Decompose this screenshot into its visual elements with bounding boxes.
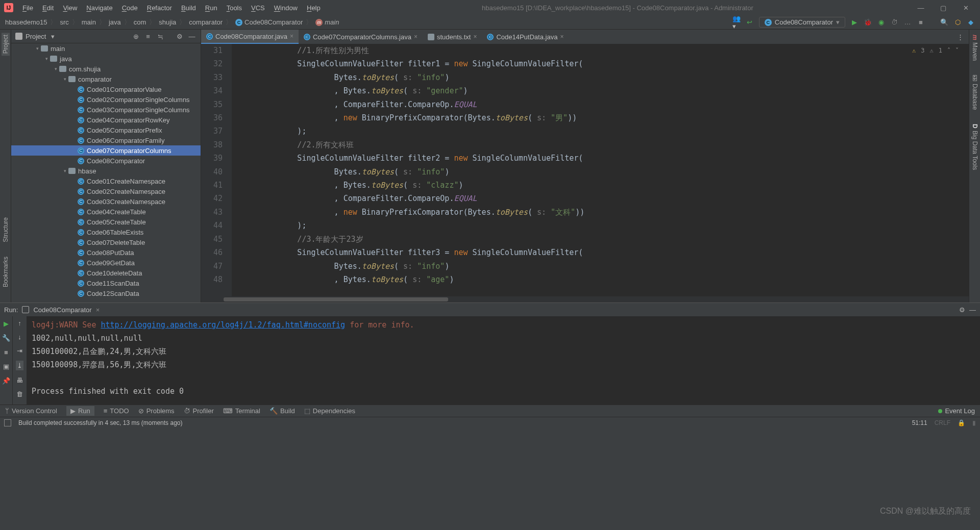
rerun-icon[interactable]: ▶ [2, 319, 10, 327]
editor-horizontal-scrollbar[interactable] [201, 296, 969, 302]
tree-node[interactable]: CCode12ScanData [11, 288, 201, 298]
caret-position[interactable]: 51:11 [912, 419, 927, 426]
attach-icon[interactable]: … [903, 18, 912, 27]
tree-node[interactable]: CCode01ComparatorValue [11, 84, 201, 94]
menu-build[interactable]: Build [177, 2, 200, 14]
tree-node[interactable]: CCode04ComparatorRowKey [11, 115, 201, 125]
tree-node[interactable]: CCode07DeleteTable [11, 237, 201, 247]
close-tab-icon[interactable]: × [473, 33, 477, 40]
project-view-label[interactable]: Project [26, 33, 46, 40]
menu-window[interactable]: Window [270, 2, 302, 14]
run-tab-label[interactable]: Code08Comparator [33, 306, 91, 314]
tool-window-terminal[interactable]: ⌨Terminal [223, 407, 260, 415]
profile-icon[interactable]: ⏱ [890, 18, 898, 27]
select-opened-file-icon[interactable]: ⊕ [131, 32, 140, 41]
menu-vcs[interactable]: VCS [247, 2, 269, 14]
close-run-tab-icon[interactable]: × [96, 306, 100, 314]
mem-indicator[interactable]: ▮ [972, 419, 976, 426]
editor-content[interactable]: //1.所有性别为男性 SingleColumnValueFilter filt… [232, 44, 969, 296]
settings-sync-icon[interactable]: ◆ [967, 18, 975, 27]
tree-node[interactable]: CCode06TableExists [11, 227, 201, 237]
menu-edit[interactable]: Edit [38, 2, 58, 14]
tool-window-version-control[interactable]: ᛘVersion Control [5, 407, 57, 415]
run-tool-icon[interactable]: 🔧 [2, 334, 10, 342]
breadcrumb-item[interactable]: shujia [159, 18, 176, 26]
close-tab-icon[interactable]: × [414, 33, 418, 40]
find-action-icon[interactable]: ⬡ [953, 18, 962, 27]
tool-windows-icon[interactable] [4, 419, 11, 426]
bookmarks-tool-button[interactable]: Bookmarks [2, 255, 10, 289]
run-settings-icon[interactable]: ⚙ [959, 306, 965, 314]
tree-node[interactable]: CCode02CreateNamespace [11, 186, 201, 196]
breadcrumb-item[interactable]: java [109, 18, 121, 26]
settings-gear-icon[interactable]: ⚙ [175, 32, 184, 41]
tree-node[interactable]: CCode03ComparatorSingleColumns [11, 105, 201, 115]
hide-run-panel-icon[interactable]: — [969, 306, 976, 314]
tree-node[interactable]: CCode06ComparatorFamily [11, 135, 201, 145]
menu-refactor[interactable]: Refactor [143, 2, 176, 14]
breadcrumb-item[interactable]: comparator [189, 18, 223, 26]
breadcrumbs[interactable]: hbasedemo15〉src〉main〉java〉com〉shujia〉com… [5, 18, 732, 27]
breadcrumb-item[interactable]: com [134, 18, 146, 26]
hide-panel-icon[interactable]: — [187, 32, 197, 41]
insp-down-icon[interactable]: ˅ [955, 47, 959, 54]
pin-icon[interactable]: 📌 [2, 376, 10, 385]
tree-node[interactable]: CCode11ScanData [11, 278, 201, 288]
tree-node[interactable]: CCode08PutData [11, 247, 201, 258]
big-data-tools-button[interactable]: D Big Data Tools [971, 122, 979, 172]
collapse-all-icon[interactable]: ≒ [156, 32, 165, 41]
menu-file[interactable]: File [18, 2, 37, 14]
menu-help[interactable]: Help [303, 2, 325, 14]
menu-view[interactable]: View [59, 2, 81, 14]
close-tab-icon[interactable]: × [290, 33, 293, 40]
back-arrow-icon[interactable]: ↩ [746, 18, 754, 27]
breadcrumb-item[interactable]: hbasedemo15 [5, 18, 47, 26]
down-stack-icon[interactable]: ↓ [18, 333, 21, 341]
menu-code[interactable]: Code [118, 2, 142, 14]
project-tree[interactable]: ▾main▾java▾com.shujia▾comparatorCCode01C… [11, 43, 201, 302]
print-icon[interactable]: 🖶 [16, 376, 23, 384]
close-button[interactable]: ✕ [955, 1, 976, 15]
tree-node[interactable]: CCode02ComparatorSingleColumns [11, 94, 201, 105]
tree-node[interactable]: CCode05ComparatorPrefix [11, 125, 201, 135]
soft-wrap-icon[interactable]: ⇥ [17, 347, 22, 355]
tool-window-todo[interactable]: ≡TODO [104, 407, 129, 415]
event-log-button[interactable]: Event Log [938, 407, 975, 415]
tool-window-problems[interactable]: ⊘Problems [138, 407, 175, 415]
line-separator[interactable]: CRLF [935, 419, 950, 426]
project-tool-button[interactable]: Project [2, 33, 10, 56]
expand-all-icon[interactable]: ≡ [143, 32, 153, 41]
tree-node[interactable]: CCode05CreateTable [11, 217, 201, 227]
code-editor[interactable]: 313233343536373839404142434445464748 //1… [201, 44, 969, 296]
breadcrumb-item[interactable]: main [82, 18, 96, 26]
coverage-icon[interactable]: ◉ [877, 18, 885, 27]
stop-icon[interactable]: ■ [917, 18, 925, 27]
project-view-dropdown-icon[interactable]: ▾ [51, 33, 55, 40]
tree-node[interactable]: ▾comparator [11, 74, 201, 84]
minimize-button[interactable]: — [911, 1, 931, 15]
editor-tab[interactable]: CCode08Comparator.java× [201, 30, 299, 44]
tool-window-profiler[interactable]: ⏱Profiler [184, 407, 214, 415]
tree-node[interactable]: CCode04CreateTable [11, 207, 201, 217]
maven-tool-button[interactable]: mMaven [971, 33, 979, 63]
tree-node[interactable]: CCode01CreateNamespace [11, 176, 201, 186]
tree-node[interactable]: ▾java [11, 54, 201, 64]
editor-tab[interactable]: CCode07ComparatorColumns.java× [299, 30, 423, 44]
run-console[interactable]: log4j:WARN See http://logging.apache.org… [27, 316, 980, 405]
tree-node[interactable]: CCode09GetData [11, 258, 201, 268]
tree-node[interactable]: CCode10deleteData [11, 268, 201, 278]
layout-icon[interactable]: ▣ [2, 362, 10, 370]
tree-node[interactable]: CCode08Comparator [11, 156, 201, 166]
readonly-lock-icon[interactable]: 🔒 [958, 419, 965, 426]
tab-menu-icon[interactable]: ⋮ [952, 33, 969, 41]
up-stack-icon[interactable]: ↑ [18, 319, 21, 327]
clear-icon[interactable]: 🗑 [16, 390, 23, 398]
search-icon[interactable]: 🔍 [940, 18, 948, 27]
breadcrumb-method[interactable]: mmain [315, 18, 339, 26]
menu-run[interactable]: Run [201, 2, 222, 14]
stop-process-icon[interactable]: ■ [2, 348, 10, 356]
tool-window-run[interactable]: ▶Run [66, 406, 94, 416]
scroll-end-icon[interactable]: ⤓ [16, 361, 23, 370]
close-tab-icon[interactable]: × [560, 33, 564, 40]
menu-navigate[interactable]: Navigate [82, 2, 116, 14]
